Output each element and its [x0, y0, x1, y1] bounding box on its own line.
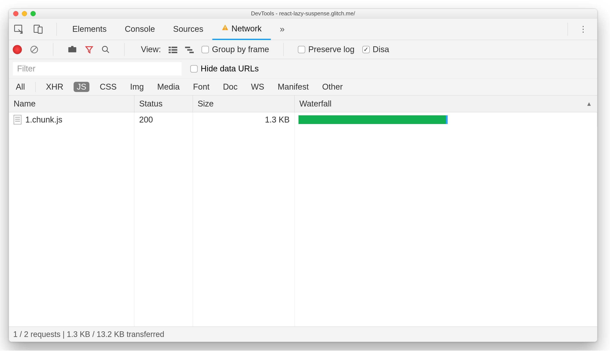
hide-data-urls-label: Hide data URLs — [201, 64, 259, 73]
svg-rect-14 — [172, 52, 178, 53]
column-header-waterfall[interactable]: Waterfall▲ — [295, 95, 597, 112]
tab-label: Elements — [72, 25, 106, 34]
main-tabs-row: ElementsConsoleSourcesNetwork » ⋮ — [9, 18, 597, 40]
disable-cache-checkbox[interactable]: Disa — [362, 45, 389, 54]
request-waterfall-cell[interactable] — [295, 112, 597, 127]
warning-icon — [221, 24, 229, 33]
capture-screenshots-icon[interactable] — [67, 46, 77, 53]
hide-data-urls-checkbox[interactable]: Hide data URLs — [190, 64, 259, 73]
separator — [568, 23, 568, 36]
network-toolbar: View: Group by frame Preserve log Disa — [9, 40, 597, 59]
tab-network[interactable]: Network — [212, 19, 271, 40]
type-filter-manifest[interactable]: Manifest — [275, 82, 312, 92]
close-window-button[interactable] — [13, 11, 18, 16]
filter-row: Hide data URLs — [9, 59, 597, 78]
devtools-menu-button[interactable]: ⋮ — [574, 25, 592, 34]
window-title: DevTools - react-lazy-suspense.glitch.me… — [251, 10, 355, 17]
column-label: Size — [198, 99, 214, 108]
type-filter-img[interactable]: Img — [127, 82, 147, 92]
svg-rect-9 — [169, 47, 171, 48]
request-size-cell[interactable]: 1.3 KB — [193, 112, 295, 127]
svg-point-8 — [102, 46, 107, 51]
svg-rect-15 — [185, 47, 190, 48]
tab-sources[interactable]: Sources — [164, 18, 212, 40]
column-header-status[interactable]: Status — [134, 95, 193, 112]
request-type-filters: AllXHRJSCSSImgMediaFontDocWSManifestOthe… — [9, 78, 597, 95]
svg-rect-12 — [172, 49, 178, 51]
separator — [283, 43, 284, 56]
tab-elements[interactable]: Elements — [63, 18, 116, 40]
table-body: 1.chunk.js2001.3 KB — [9, 112, 597, 326]
tab-console[interactable]: Console — [116, 18, 164, 40]
minimize-window-button[interactable] — [22, 11, 27, 16]
svg-rect-2 — [38, 27, 42, 33]
svg-rect-10 — [172, 47, 178, 48]
request-name: 1.chunk.js — [25, 115, 62, 124]
svg-rect-0 — [14, 25, 22, 31]
disable-cache-label: Disa — [373, 45, 389, 54]
inspect-element-icon[interactable] — [13, 24, 24, 35]
filter-input[interactable] — [13, 62, 182, 76]
table-header: NameStatusSizeWaterfall▲ — [9, 95, 597, 112]
record-button[interactable] — [13, 45, 22, 54]
svg-rect-11 — [169, 49, 171, 51]
type-filter-xhr[interactable]: XHR — [43, 82, 66, 92]
column-label: Status — [139, 99, 163, 108]
svg-rect-4 — [225, 29, 226, 29]
request-status-cell[interactable]: 200 — [134, 112, 193, 127]
type-filter-js[interactable]: JS — [74, 82, 89, 92]
svg-rect-7 — [71, 46, 74, 48]
svg-rect-16 — [187, 49, 192, 51]
tab-label: Sources — [173, 25, 203, 34]
column-header-size[interactable]: Size — [193, 95, 295, 112]
type-filter-ws[interactable]: WS — [248, 82, 267, 92]
column-label: Waterfall — [299, 99, 332, 108]
tab-label: Console — [125, 25, 155, 34]
tab-label: Network — [231, 24, 261, 33]
group-by-frame-checkbox[interactable]: Group by frame — [202, 45, 269, 54]
request-name-cell[interactable]: 1.chunk.js — [9, 112, 134, 127]
type-filter-media[interactable]: Media — [154, 82, 183, 92]
type-filter-other[interactable]: Other — [319, 82, 346, 92]
type-filter-css[interactable]: CSS — [97, 82, 120, 92]
large-rows-icon[interactable] — [169, 46, 177, 53]
waterfall-bar — [299, 115, 446, 124]
separator — [35, 82, 36, 92]
clear-button[interactable] — [30, 45, 39, 54]
file-icon — [14, 115, 21, 124]
more-tabs-button[interactable]: » — [271, 18, 294, 40]
waterfall-view-icon[interactable] — [185, 46, 194, 53]
separator — [56, 23, 57, 36]
type-filter-doc[interactable]: Doc — [220, 82, 241, 92]
column-label: Name — [14, 99, 36, 108]
svg-rect-13 — [169, 52, 171, 53]
separator — [53, 43, 53, 56]
status-bar: 1 / 2 requests | 1.3 KB / 13.2 KB transf… — [9, 326, 597, 342]
view-label: View: — [141, 45, 161, 54]
device-toolbar-icon[interactable] — [33, 24, 43, 35]
svg-rect-3 — [225, 26, 226, 28]
svg-rect-17 — [189, 52, 194, 53]
sort-indicator-icon: ▲ — [586, 100, 592, 107]
requests-table: NameStatusSizeWaterfall▲ 1.chunk.js2001.… — [9, 95, 597, 326]
devtools-window: DevTools - react-lazy-suspense.glitch.me… — [9, 9, 597, 342]
filter-icon[interactable] — [85, 45, 93, 54]
search-icon[interactable] — [101, 45, 110, 54]
type-filter-font[interactable]: Font — [190, 82, 213, 92]
preserve-log-label: Preserve log — [308, 45, 354, 54]
status-text: 1 / 2 requests | 1.3 KB / 13.2 KB transf… — [13, 330, 164, 339]
type-filter-all[interactable]: All — [13, 82, 28, 92]
group-by-frame-label: Group by frame — [212, 45, 269, 54]
preserve-log-checkbox[interactable]: Preserve log — [298, 45, 354, 54]
traffic-lights — [13, 11, 36, 16]
zoom-window-button[interactable] — [30, 11, 36, 16]
column-header-name[interactable]: Name — [9, 95, 134, 112]
titlebar: DevTools - react-lazy-suspense.glitch.me… — [9, 9, 597, 18]
